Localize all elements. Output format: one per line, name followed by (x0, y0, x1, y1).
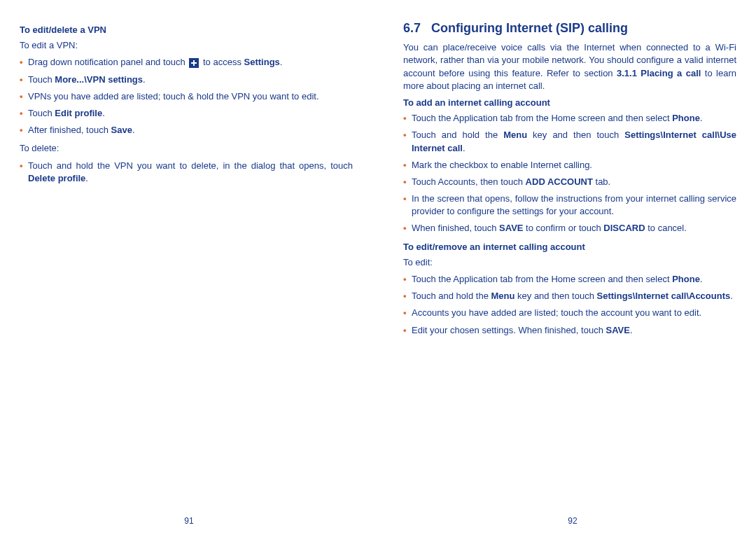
text-fragment: Touch Accounts, then touch (412, 176, 526, 187)
text-fragment: . (85, 173, 88, 183)
list-item: When finished, touch SAVE to confirm or … (403, 222, 736, 235)
text-fragment: Touch and hold the (412, 130, 503, 140)
list-item: Drag down notification panel and touch t… (20, 56, 353, 69)
bold-menu: Menu (503, 130, 527, 140)
list-edit-vpn: Drag down notification panel and touch t… (20, 56, 353, 137)
label-to-delete: To delete: (20, 142, 353, 155)
list-delete-vpn: Touch and hold the VPN you want to delet… (20, 160, 353, 185)
bold-save: Save (111, 125, 132, 135)
heading-add-internet-account: To add an internet calling account (403, 97, 736, 109)
list-item: Touch Edit profile. (20, 107, 353, 120)
text-fragment: to access (200, 57, 244, 67)
list-item: Touch and hold the VPN you want to delet… (20, 160, 353, 185)
bold-add-account: ADD ACCOUNT (526, 176, 593, 187)
text-fragment: . (700, 274, 703, 284)
section-title-text: Configuring Internet (SIP) calling (431, 21, 628, 35)
bold-phone: Phone (672, 113, 700, 123)
double-page-spread: To edit/delete a VPN To edit a VPN: Drag… (0, 0, 756, 537)
text-fragment: Edit your chosen settings. When finished… (412, 325, 606, 335)
page-92: 6.7Configuring Internet (SIP) calling Yo… (378, 0, 756, 537)
page-91: To edit/delete a VPN To edit a VPN: Drag… (0, 0, 378, 537)
list-add-account: Touch the Application tab from the Home … (403, 112, 736, 235)
section-number: 6.7 (403, 20, 431, 37)
list-item: Touch the Application tab from the Home … (403, 273, 736, 286)
list-item: In the screen that opens, follow the ins… (403, 193, 736, 218)
text-fragment: . (700, 113, 703, 123)
bold-save-caps: SAVE (499, 223, 523, 233)
text-fragment: Touch the Application tab from the Home … (412, 113, 672, 123)
list-item: Touch and hold the Menu key and then tou… (403, 290, 736, 302)
list-item: After finished, touch Save. (20, 124, 353, 137)
bold-ref-311: 3.1.1 Placing a call (617, 68, 701, 78)
intro-paragraph: You can place/receive voice calls via th… (403, 41, 736, 92)
text-fragment: After finished, touch (28, 125, 111, 135)
text-fragment: . (730, 291, 733, 301)
text-fragment: Touch (28, 108, 55, 118)
list-item: Accounts you have added are listed; touc… (403, 307, 736, 319)
text-fragment: Drag down notification panel and touch (28, 57, 188, 67)
bold-phone: Phone (672, 274, 700, 284)
text-fragment: to confirm or touch (523, 223, 603, 233)
text-fragment: Touch (28, 74, 55, 85)
bold-more-vpn: More...\VPN settings (55, 74, 143, 85)
text-fragment: When finished, touch (412, 223, 499, 233)
bold-save-caps: SAVE (606, 325, 630, 335)
text-fragment: . (143, 74, 146, 85)
text-fragment: . (463, 143, 465, 153)
text-fragment: . (280, 57, 283, 67)
list-item: Touch the Application tab from the Home … (403, 112, 736, 125)
text-fragment: tab. (593, 176, 610, 187)
section-heading-6-7: 6.7Configuring Internet (SIP) calling (403, 20, 736, 37)
text-fragment: . (630, 325, 633, 335)
bold-settings: Settings (244, 57, 280, 67)
text-fragment: . (132, 125, 135, 135)
text-fragment: to cancel. (645, 223, 687, 233)
label-to-edit: To edit: (403, 256, 736, 269)
list-item: Mark the checkbox to enable Internet cal… (403, 159, 736, 172)
bold-menu: Menu (491, 291, 514, 301)
text-fragment: Touch and hold the (412, 291, 491, 301)
text-fragment: key and then touch (527, 130, 624, 140)
page-number: 91 (20, 515, 358, 527)
heading-edit-delete-vpn: To edit/delete a VPN (20, 24, 353, 36)
list-edit-account: Touch the Application tab from the Home … (403, 273, 736, 337)
text-fragment: Touch and hold the VPN you want to delet… (28, 160, 353, 171)
text-fragment: . (102, 108, 105, 118)
list-item: Edit your chosen settings. When finished… (403, 324, 736, 337)
list-item: Touch More...\VPN settings. (20, 74, 353, 86)
text-fragment: key and then touch (514, 291, 596, 301)
list-item: Touch Accounts, then touch ADD ACCOUNT t… (403, 176, 736, 188)
heading-edit-remove-account: To edit/remove an internet calling accou… (403, 241, 736, 253)
bold-settings-accounts-path: Settings\Internet call\Accounts (597, 291, 731, 301)
label-to-edit-vpn: To edit a VPN: (20, 39, 353, 52)
bold-delete-profile: Delete profile (28, 173, 85, 183)
bold-edit-profile: Edit profile (55, 108, 102, 118)
list-item: Touch and hold the Menu key and then tou… (403, 129, 736, 154)
text-fragment: Touch the Application tab from the Home … (412, 274, 672, 284)
bold-discard: DISCARD (603, 223, 645, 233)
plus-icon (189, 58, 199, 68)
page-number: 92 (403, 515, 742, 527)
list-item: VPNs you have added are listed; touch & … (20, 90, 353, 103)
